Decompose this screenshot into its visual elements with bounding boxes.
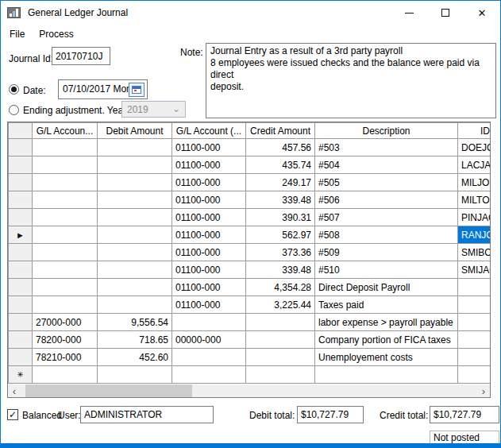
debit-amount-cell[interactable] <box>98 174 172 191</box>
menu-file[interactable]: File <box>2 26 32 42</box>
calendar-button[interactable] <box>129 83 145 97</box>
row-selector[interactable] <box>9 244 33 261</box>
row-selector[interactable] <box>9 314 33 331</box>
gl-credit-account-cell[interactable]: 01100-000 <box>172 139 246 156</box>
gl-credit-account-cell[interactable]: 00000-000 <box>172 331 246 349</box>
row-selector[interactable] <box>9 261 33 279</box>
menu-process[interactable]: Process <box>32 26 80 42</box>
description-cell[interactable]: #507 <box>315 209 458 226</box>
description-cell[interactable] <box>315 366 458 384</box>
gl-debit-account-cell[interactable] <box>33 191 98 209</box>
credit-amount-cell[interactable]: 562.97 <box>246 226 315 244</box>
id-cell[interactable] <box>458 279 491 296</box>
gl-credit-account-cell[interactable]: 01100-000 <box>172 156 246 174</box>
description-cell[interactable]: #508 <box>315 226 458 244</box>
balanced-checkbox[interactable]: ✓ <box>7 409 18 420</box>
credit-amount-cell[interactable]: 339.48 <box>246 261 315 279</box>
credit-amount-cell[interactable]: 339.48 <box>246 191 315 209</box>
row-selector[interactable] <box>9 139 33 156</box>
gl-debit-account-cell[interactable] <box>33 296 98 314</box>
debit-amount-cell[interactable] <box>98 156 172 174</box>
gl-credit-account-cell[interactable]: 01100-000 <box>172 279 246 296</box>
row-selector[interactable] <box>9 191 33 209</box>
debit-amount-cell[interactable] <box>98 366 172 384</box>
description-cell[interactable]: labor expense > payroll payable <box>315 314 458 331</box>
id-cell[interactable]: MILJOH <box>458 174 491 191</box>
credit-amount-cell[interactable]: 373.36 <box>246 244 315 261</box>
debit-amount-cell[interactable]: 452.60 <box>98 349 172 366</box>
gl-debit-account-cell[interactable]: 78210-000 <box>33 349 98 366</box>
date-field[interactable]: 07/10/2017 Mon <box>58 79 148 99</box>
row-selector[interactable] <box>9 174 33 191</box>
id-cell[interactable] <box>458 349 491 366</box>
id-cell[interactable]: MILTOM <box>458 191 491 209</box>
credit-amount-cell[interactable]: 249.17 <box>246 174 315 191</box>
column-header-description[interactable]: Description <box>315 123 458 139</box>
credit-amount-cell[interactable]: 4,354.28 <box>246 279 315 296</box>
date-radio[interactable] <box>9 84 19 95</box>
gl-credit-account-cell[interactable] <box>172 366 246 384</box>
id-cell[interactable]: SMIBOB <box>458 244 491 261</box>
row-selector[interactable] <box>9 349 33 366</box>
id-cell[interactable] <box>458 331 491 349</box>
row-selector[interactable]: ► <box>9 226 33 244</box>
row-selector[interactable] <box>9 331 33 349</box>
gl-debit-account-cell[interactable] <box>33 261 98 279</box>
gl-debit-account-cell[interactable] <box>33 244 98 261</box>
debit-amount-cell[interactable]: 718.65 <box>98 331 172 349</box>
scroll-left-icon[interactable]: ‹ <box>8 384 21 397</box>
debit-amount-cell[interactable] <box>98 279 172 296</box>
gl-debit-account-cell[interactable] <box>33 366 98 384</box>
gl-credit-account-cell[interactable]: 01100-000 <box>172 226 246 244</box>
gl-debit-account-cell[interactable] <box>33 209 98 226</box>
gl-credit-account-cell[interactable]: 01100-000 <box>172 261 246 279</box>
credit-amount-cell[interactable] <box>246 331 315 349</box>
debit-amount-cell[interactable]: 9,556.54 <box>98 314 172 331</box>
credit-amount-cell[interactable]: 435.74 <box>246 156 315 174</box>
credit-amount-cell[interactable] <box>246 314 315 331</box>
journal-id-input[interactable] <box>52 47 110 65</box>
year-dropdown[interactable]: 2019 ⌄ <box>121 101 186 118</box>
maximize-button[interactable] <box>427 1 464 25</box>
description-cell[interactable]: #504 <box>315 156 458 174</box>
gl-debit-account-cell[interactable] <box>33 226 98 244</box>
description-cell[interactable]: Company portion of FICA taxes <box>315 331 458 349</box>
minimize-button[interactable] <box>391 1 427 25</box>
debit-amount-cell[interactable] <box>98 261 172 279</box>
debit-amount-cell[interactable] <box>98 226 172 244</box>
gl-credit-account-cell[interactable]: 01100-000 <box>172 191 246 209</box>
note-textarea[interactable]: Journal Entry as a result of a 3rd party… <box>206 43 496 118</box>
id-cell[interactable]: LACJAN <box>458 156 491 174</box>
id-cell[interactable]: DOEJOH <box>458 139 491 156</box>
credit-amount-cell[interactable]: 390.31 <box>246 209 315 226</box>
id-cell[interactable]: RANJOH <box>458 226 491 244</box>
gl-debit-account-cell[interactable] <box>33 156 98 174</box>
column-header-gl-debit-account[interactable]: G/L Accoun... <box>33 123 98 139</box>
row-selector[interactable] <box>9 296 33 314</box>
column-header-credit-amount[interactable]: Credit Amount <box>246 123 315 139</box>
user-input[interactable] <box>80 406 214 423</box>
gl-debit-account-cell[interactable] <box>33 279 98 296</box>
row-selector[interactable] <box>9 279 33 296</box>
credit-amount-cell[interactable] <box>246 366 315 384</box>
column-header-id[interactable]: ID <box>458 123 491 139</box>
close-button[interactable]: ✕ <box>464 1 500 25</box>
id-cell[interactable]: PINJAC <box>458 209 491 226</box>
credit-amount-cell[interactable]: 457.56 <box>246 139 315 156</box>
horizontal-scrollbar[interactable]: ‹ › <box>8 384 490 397</box>
column-header-gl-credit-account[interactable]: G/L Account (... <box>172 123 246 139</box>
description-cell[interactable]: #505 <box>315 174 458 191</box>
gl-credit-account-cell[interactable]: 01100-000 <box>172 244 246 261</box>
id-cell[interactable] <box>458 314 491 331</box>
gl-debit-account-cell[interactable]: 27000-000 <box>33 314 98 331</box>
debit-amount-cell[interactable] <box>98 191 172 209</box>
credit-amount-cell[interactable]: 3,225.44 <box>246 296 315 314</box>
gl-debit-account-cell[interactable] <box>33 174 98 191</box>
description-cell[interactable]: Taxes paid <box>315 296 458 314</box>
ending-adjustment-radio[interactable] <box>9 105 19 115</box>
gl-credit-account-cell[interactable] <box>172 349 246 366</box>
debit-amount-cell[interactable] <box>98 244 172 261</box>
gl-debit-account-cell[interactable]: 78200-000 <box>33 331 98 349</box>
description-cell[interactable]: #506 <box>315 191 458 209</box>
row-selector[interactable]: ✳ <box>9 366 33 384</box>
